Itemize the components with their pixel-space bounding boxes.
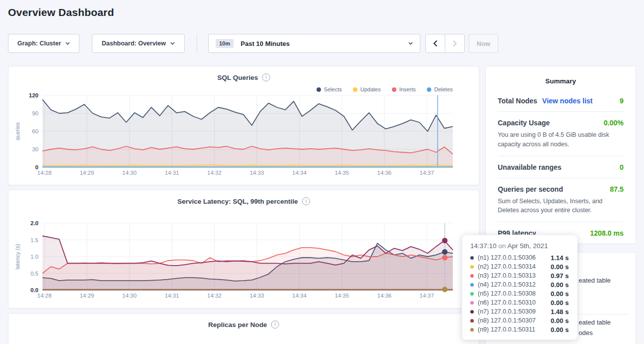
node-latency-value: 1.48 s xyxy=(551,308,569,316)
svg-text:1.5: 1.5 xyxy=(30,237,38,243)
node-latency-value: 0.97 s xyxy=(551,272,569,280)
svg-text:14:34: 14:34 xyxy=(292,293,307,299)
capacity-usage-label: Capacity Usage xyxy=(498,119,550,127)
svg-text:14:28: 14:28 xyxy=(37,170,52,176)
node-color-dot xyxy=(470,301,474,305)
svg-text:0.5: 0.5 xyxy=(30,271,38,277)
time-stepper xyxy=(425,34,465,53)
event-item-fragment: eated table xyxy=(579,277,611,284)
time-range-label: Past 10 Minutes xyxy=(241,40,290,47)
node-address: (n7) 127.0.0.1:50309 xyxy=(478,308,551,315)
svg-text:queries: queries xyxy=(14,122,20,140)
svg-text:14:33: 14:33 xyxy=(250,293,264,299)
p99-latency-value: 1208.0 ms xyxy=(590,229,624,237)
node-latency-value: 0.00 s xyxy=(551,290,569,298)
svg-text:14:37: 14:37 xyxy=(420,293,434,299)
svg-text:14:31: 14:31 xyxy=(165,293,179,299)
next-time-button[interactable] xyxy=(445,34,464,52)
svg-text:1.0: 1.0 xyxy=(30,254,38,260)
svg-text:14:35: 14:35 xyxy=(334,170,349,176)
svg-text:14:32: 14:32 xyxy=(207,293,222,299)
node-latency-value: 0.00 s xyxy=(551,317,569,325)
replicas-per-node-title: Replicas per Nodei xyxy=(8,321,479,329)
prev-time-button[interactable] xyxy=(426,34,445,52)
chevron-right-icon xyxy=(452,40,457,47)
view-nodes-list-link[interactable]: View nodes list xyxy=(542,97,593,105)
svg-text:14:32: 14:32 xyxy=(207,170,222,176)
node-color-dot xyxy=(470,283,474,287)
overview-dashboard-page: Overview Dashboard Graph: Cluster Dashbo… xyxy=(0,0,644,344)
service-latency-chart[interactable]: 14:2814:2914:3014:3114:3214:3314:3414:35… xyxy=(8,190,480,309)
node-address: (n1) 127.0.0.1:50306 xyxy=(478,254,551,261)
chevron-down-icon xyxy=(65,42,70,45)
tooltip-node-row: (n4) 127.0.0.1:503120.00 s xyxy=(470,280,569,289)
svg-text:0.0: 0.0 xyxy=(30,287,38,293)
sql-queries-card: SQL Queriesi SelectsUpdatesInsertsDelete… xyxy=(8,66,479,185)
summary-row-queries-per-second: Queries per second 87.5 Sum of Selects, … xyxy=(498,178,624,223)
node-address: (n5) 127.0.0.1:50308 xyxy=(478,290,551,297)
tooltip-node-row: (n5) 127.0.0.1:503080.00 s xyxy=(470,289,569,298)
node-address: (n9) 127.0.0.1:50311 xyxy=(478,326,551,333)
node-latency-value: 0.00 s xyxy=(551,299,569,307)
tooltip-node-row: (n2) 127.0.0.1:503140.00 s xyxy=(470,262,569,271)
node-latency-value: 0.00 s xyxy=(551,281,569,289)
capacity-usage-value: 0.00% xyxy=(604,119,624,127)
svg-text:60: 60 xyxy=(32,128,38,134)
svg-text:2.0: 2.0 xyxy=(30,220,38,226)
queries-per-second-label: Queries per second xyxy=(498,185,563,193)
svg-text:14:34: 14:34 xyxy=(292,170,307,176)
sql-queries-chart[interactable]: 14:2814:2914:3014:3114:3214:3314:3414:35… xyxy=(8,66,480,186)
summary-row-capacity-usage: Capacity Usage 0.00% You are using 0 B o… xyxy=(498,112,624,156)
node-color-dot xyxy=(470,328,474,332)
tooltip-node-row: (n1) 127.0.0.1:503061.14 s xyxy=(470,253,569,262)
node-address: (n2) 127.0.0.1:50314 xyxy=(478,263,551,270)
svg-text:14:35: 14:35 xyxy=(334,293,349,299)
summary-row-unavailable-ranges: Unavailable ranges 0 xyxy=(498,156,624,178)
svg-text:14:29: 14:29 xyxy=(80,170,94,176)
summary-row-total-nodes: Total Nodes View nodes list 9 xyxy=(498,90,624,112)
summary-title: Summary xyxy=(486,66,636,85)
svg-text:14:33: 14:33 xyxy=(250,170,264,176)
svg-text:latency (s): latency (s) xyxy=(14,244,20,270)
node-address: (n8) 127.0.0.1:50307 xyxy=(478,317,551,324)
summary-panel: Summary Total Nodes View nodes list 9 Ca… xyxy=(485,66,636,244)
total-nodes-label: Total Nodes xyxy=(498,97,537,105)
svg-text:14:30: 14:30 xyxy=(122,293,137,299)
svg-text:14:30: 14:30 xyxy=(122,170,137,176)
info-icon[interactable]: i xyxy=(271,321,279,329)
unavailable-ranges-value: 0 xyxy=(620,163,624,171)
chart-hover-tooltip: 14:37:10 on Apr 5th, 2021 (n1) 127.0.0.1… xyxy=(462,235,578,340)
node-latency-value: 0.00 s xyxy=(551,326,569,334)
svg-text:0: 0 xyxy=(35,164,38,170)
dashboard-dropdown-label: Dashboard: Overview xyxy=(102,40,166,47)
node-color-dot xyxy=(470,310,474,314)
svg-text:14:37: 14:37 xyxy=(420,170,434,176)
dashboard-dropdown-button[interactable]: Dashboard: Overview xyxy=(92,34,185,53)
svg-text:120: 120 xyxy=(29,92,38,98)
tooltip-node-row: (n6) 127.0.0.1:503100.00 s xyxy=(470,298,569,307)
node-color-dot xyxy=(470,319,474,323)
svg-text:14:36: 14:36 xyxy=(377,170,391,176)
chevron-down-icon xyxy=(408,42,413,45)
tooltip-timestamp: 14:37:10 on Apr 5th, 2021 xyxy=(470,242,569,250)
svg-text:14:36: 14:36 xyxy=(377,293,391,299)
node-color-dot xyxy=(470,265,474,269)
time-range-selector[interactable]: 10m Past 10 Minutes xyxy=(208,34,420,53)
node-color-dot xyxy=(470,274,474,278)
service-latency-card: Service Latency: SQL, 99th percentilei 1… xyxy=(8,190,479,309)
queries-per-second-description: Sum of Selects, Updates, Inserts, and De… xyxy=(498,197,624,216)
capacity-usage-description: You are using 0 B of 4.5 GiB usable disk… xyxy=(498,130,624,149)
page-title: Overview Dashboard xyxy=(8,6,114,18)
tooltip-node-row: (n9) 127.0.0.1:503110.00 s xyxy=(470,325,569,334)
tooltip-node-row: (n8) 127.0.0.1:503070.00 s xyxy=(470,316,569,325)
node-color-dot xyxy=(470,292,474,296)
svg-text:14:28: 14:28 xyxy=(37,293,52,299)
svg-text:90: 90 xyxy=(32,110,38,116)
time-range-badge: 10m xyxy=(216,39,234,48)
now-button[interactable]: Now xyxy=(469,34,498,53)
graph-dropdown-button[interactable]: Graph: Cluster xyxy=(8,34,79,53)
tooltip-node-row: (n7) 127.0.0.1:503091.48 s xyxy=(470,307,569,316)
node-address: (n6) 127.0.0.1:50310 xyxy=(478,299,551,306)
svg-text:14:29: 14:29 xyxy=(80,293,94,299)
node-address: (n4) 127.0.0.1:50312 xyxy=(478,281,551,288)
